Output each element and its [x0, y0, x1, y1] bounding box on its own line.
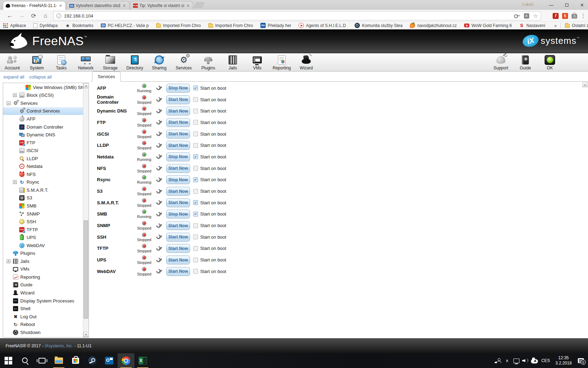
- start-on-boot-checkbox[interactable]: [193, 109, 198, 114]
- tree-scrollbar[interactable]: ▲ ▼: [83, 83, 89, 337]
- sidebar-item-webdav[interactable]: WebDAV: [3, 241, 83, 250]
- stop-now-button[interactable]: Stop Now: [166, 152, 190, 161]
- settings-wrench-icon[interactable]: [155, 210, 163, 218]
- taskbar-item-explorer[interactable]: [50, 353, 67, 368]
- sidebar-item-shutdown[interactable]: Shutdown: [3, 328, 83, 336]
- sidebar-item-plugins[interactable]: Plugins: [3, 249, 83, 257]
- bookmark-item-9[interactable]: navodjakzhubnout.cz: [410, 23, 457, 28]
- settings-wrench-icon[interactable]: [155, 175, 163, 184]
- new-tab-button[interactable]: [193, 2, 205, 8]
- scroll-down-icon[interactable]: ▼: [83, 332, 89, 337]
- settings-wrench-icon[interactable]: [155, 107, 163, 115]
- sidebar-item-display-system-processes[interactable]: Display System Processes: [3, 297, 83, 305]
- stop-now-button[interactable]: Stop Now: [166, 210, 190, 218]
- settings-wrench-icon[interactable]: [155, 84, 163, 93]
- toolbar-item-services[interactable]: ⚙Services: [172, 54, 196, 71]
- expand-all-link[interactable]: expand all: [4, 74, 24, 80]
- url-text[interactable]: 192.168.0.104: [64, 13, 514, 19]
- start-now-button[interactable]: Start Now: [166, 221, 190, 230]
- settings-wrench-icon[interactable]: [155, 267, 163, 276]
- people-icon[interactable]: [493, 358, 503, 363]
- html5-extension-icon[interactable]: 5: [562, 13, 568, 19]
- sidebar-item-smb[interactable]: SMB: [3, 202, 83, 210]
- sidebar-item-ftp[interactable]: FTP: [3, 139, 83, 147]
- toolbar-item-reporting[interactable]: Reporting: [270, 54, 294, 71]
- forward-icon[interactable]: →: [18, 12, 26, 20]
- taskbar-item-steam[interactable]: [84, 353, 101, 368]
- taskbar-item-excel[interactable]: X: [134, 353, 151, 368]
- sidebar-item-snmp[interactable]: SNMP: [3, 210, 83, 218]
- settings-wrench-icon[interactable]: [155, 118, 163, 127]
- sidebar-item-s-m-a-r-t-[interactable]: S.M.A.R.T.: [3, 186, 83, 194]
- bookmarks-overflow-chevron[interactable]: »: [554, 23, 557, 28]
- browser-tab-2[interactable]: PCWTip: Vytvořte si vlastní síť✕: [130, 1, 193, 10]
- start-now-button[interactable]: Start Now: [166, 244, 190, 253]
- translate-icon[interactable]: A: [524, 13, 529, 19]
- toolbar-item-network[interactable]: Network: [74, 54, 98, 71]
- start-on-boot-checkbox[interactable]: ✔: [193, 212, 198, 217]
- sidebar-item-jails[interactable]: +Jails: [3, 257, 83, 265]
- language-indicator[interactable]: CES: [539, 358, 552, 363]
- bookmark-item-11[interactable]: SNastavení: [519, 23, 545, 28]
- chrome-profile-name[interactable]: Lukáš: [522, 2, 533, 7]
- expand-icon[interactable]: +: [13, 180, 17, 184]
- network-icon[interactable]: [512, 359, 521, 363]
- sidebar-item-ups[interactable]: UPS: [3, 233, 83, 241]
- toolbar-item-sharing[interactable]: Sharing: [147, 54, 172, 71]
- sidebar-item-control-services[interactable]: Control Services: [3, 107, 83, 115]
- address-bar[interactable]: i 192.168.0.104 A ☆: [53, 11, 541, 20]
- sidebar-item-domain-controller[interactable]: Domain Controller: [3, 123, 83, 131]
- start-now-button[interactable]: Start Now: [166, 233, 190, 241]
- bookmark-item-6[interactable]: PHPřeklady her: [260, 23, 291, 28]
- taskbar-item-store[interactable]: [67, 353, 84, 368]
- toolbar-item-system[interactable]: System: [24, 54, 49, 71]
- start-on-boot-checkbox[interactable]: [193, 258, 198, 263]
- toolbar-item-jails[interactable]: Jails: [220, 54, 245, 71]
- stop-now-button[interactable]: Stop Now: [166, 84, 190, 93]
- start-now-button[interactable]: Start Now: [166, 198, 190, 207]
- sidebar-item-dynamic-dns[interactable]: Dynamic DNS: [3, 131, 83, 139]
- stop-now-button[interactable]: Stop Now: [166, 175, 190, 184]
- start-now-button[interactable]: Start Now: [166, 141, 190, 150]
- settings-wrench-icon[interactable]: [155, 129, 163, 138]
- start-on-boot-checkbox[interactable]: [193, 143, 198, 148]
- sidebar-item-afp[interactable]: AFP: [3, 115, 83, 123]
- settings-wrench-icon[interactable]: [155, 244, 163, 253]
- sidebar-item-view-windows-smb-shares[interactable]: View Windows (SMB) Shares: [3, 83, 83, 91]
- sidebar-item-ssh[interactable]: SSH: [3, 218, 83, 226]
- password-key-icon[interactable]: [514, 14, 520, 18]
- browser-tab-0[interactable]: freenas - FreeNAS-11.1-U✕: [3, 1, 66, 10]
- start-on-boot-checkbox[interactable]: [193, 246, 198, 251]
- toolbar-item-guide[interactable]: Guide: [513, 54, 538, 71]
- toolbar-item-account[interactable]: Account: [0, 54, 24, 71]
- start-on-boot-checkbox[interactable]: ✔: [193, 154, 198, 159]
- expand-icon[interactable]: +: [13, 93, 17, 97]
- bookmark-star-icon[interactable]: ☆: [533, 13, 538, 19]
- minimize-button[interactable]: —: [548, 2, 554, 8]
- bookmark-item-4[interactable]: Imported From Chro: [156, 23, 201, 28]
- bookmark-item-5[interactable]: Imported From Chro: [208, 23, 253, 28]
- onedrive-cloud-icon[interactable]: [530, 358, 539, 363]
- bookmark-item-10[interactable]: WoW Gold Farming 6: [464, 23, 512, 28]
- bag-extension-icon[interactable]: [572, 14, 577, 19]
- bookmark-item-1[interactable]: DynMapa: [33, 23, 57, 28]
- toolbar-item-storage[interactable]: Storage: [98, 54, 122, 71]
- footer-ixsystems-link[interactable]: iXsystems, Inc.: [45, 343, 73, 348]
- settings-wrench-icon[interactable]: [155, 233, 163, 241]
- sidebar-item-wizard[interactable]: Wizard: [3, 289, 83, 297]
- settings-wrench-icon[interactable]: [155, 198, 163, 207]
- toolbar-item-plugins[interactable]: Plugins: [196, 54, 220, 71]
- start-on-boot-checkbox[interactable]: [193, 189, 198, 194]
- sidebar-item-lldp[interactable]: LLDP: [3, 155, 83, 163]
- browser-tab-1[interactable]: Vytvoření datového úlož✕: [66, 1, 130, 10]
- start-on-boot-checkbox[interactable]: ✔: [193, 86, 198, 90]
- start-on-boot-checkbox[interactable]: [193, 166, 198, 171]
- start-on-boot-checkbox[interactable]: [193, 120, 198, 125]
- tab-close-icon[interactable]: ✕: [122, 3, 127, 8]
- bookmark-item-0[interactable]: Aplikace: [3, 23, 26, 28]
- start-now-button[interactable]: Start Now: [166, 164, 190, 173]
- page-scroll-up-icon[interactable]: ▲: [582, 82, 588, 87]
- sidebar-item-guide[interactable]: Guide: [3, 281, 83, 289]
- start-now-button[interactable]: Start Now: [166, 267, 190, 276]
- sidebar-item-rsync[interactable]: +Rsync: [3, 178, 83, 186]
